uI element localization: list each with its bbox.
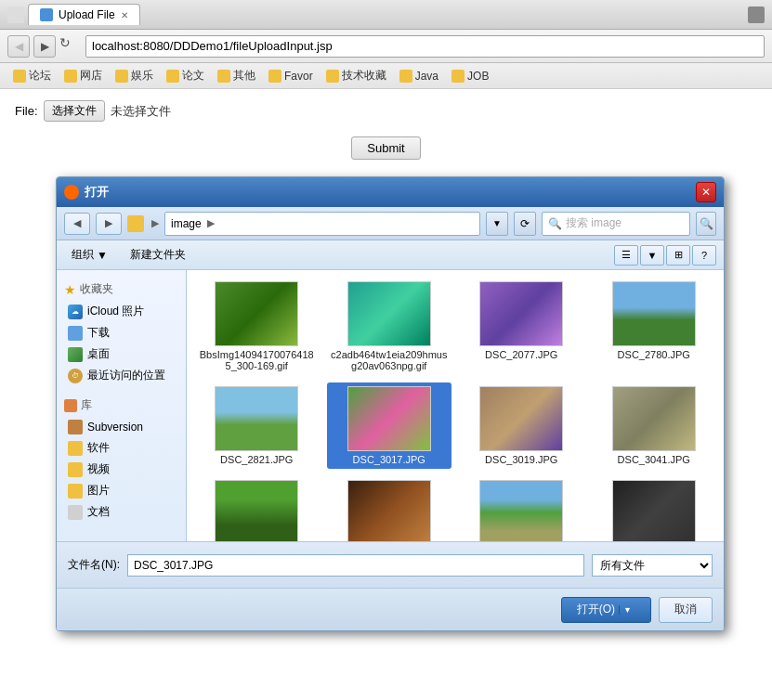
- file-item[interactable]: c2adb464tw1eia209hmusg20av063npg.gif: [327, 278, 452, 375]
- bookmark-icon: [115, 70, 128, 83]
- bookmark-icon: [166, 70, 179, 83]
- dialog-back-button[interactable]: ◀: [64, 213, 90, 235]
- file-item[interactable]: DSC_3041.JPG: [592, 382, 717, 469]
- file-name: DSC_3017.JPG: [353, 454, 425, 465]
- file-item-selected[interactable]: DSC_3017.JPG: [327, 382, 452, 469]
- bookmark-favor[interactable]: Favor: [263, 68, 319, 84]
- bookmark-label: JOB: [467, 70, 489, 83]
- file-name: DSC_2077.JPG: [485, 349, 557, 360]
- dialog-filename-bar: 文件名(N): 所有文件: [57, 541, 724, 588]
- search-submit-button[interactable]: 🔍: [696, 212, 716, 236]
- file-item[interactable]: DSC_3294.JPG: [459, 476, 584, 541]
- open-dropdown-icon[interactable]: ▼: [619, 605, 635, 615]
- sidebar-item-icloud[interactable]: ☁ iCloud 照片: [57, 301, 186, 322]
- open-button[interactable]: 打开(O) ▼: [561, 597, 651, 623]
- back-button[interactable]: ◀: [7, 35, 30, 58]
- help-button[interactable]: ?: [692, 245, 716, 266]
- file-item[interactable]: DSC_2077.JPG: [459, 278, 584, 375]
- bookmark-娱乐[interactable]: 娱乐: [110, 66, 159, 85]
- bookmarks-bar: 论坛 网店 娱乐 论文 其他 Favor 技术收藏 Java JOB: [0, 63, 772, 89]
- star-icon: ★: [64, 282, 76, 297]
- view-list-button[interactable]: ☰: [614, 245, 638, 266]
- favorites-label: 收藏夹: [80, 281, 113, 297]
- browser-tab[interactable]: Upload File ✕: [28, 4, 140, 25]
- file-name: DSC_3019.JPG: [485, 454, 557, 465]
- file-name: DSC_2821.JPG: [220, 454, 293, 465]
- dialog-forward-button[interactable]: ▶: [96, 213, 122, 235]
- address-bar[interactable]: [85, 35, 765, 58]
- file-item[interactable]: DSC_3112.JPG: [194, 476, 320, 541]
- bookmark-job[interactable]: JOB: [446, 68, 494, 84]
- refresh-button[interactable]: ↻: [59, 35, 82, 58]
- dialog-toolbar: ◀ ▶ ▶ image ▶ ▼ ⟳ 🔍 搜索 image 🔍: [57, 207, 724, 240]
- sidebar-item-download[interactable]: 下载: [57, 322, 186, 344]
- sidebar-item-subversion[interactable]: Subversion: [57, 417, 186, 437]
- filename-input[interactable]: [127, 554, 584, 577]
- path-dropdown-button[interactable]: ▼: [486, 212, 508, 236]
- refresh-path-button[interactable]: ⟳: [514, 212, 536, 236]
- no-file-label: 未选择文件: [111, 103, 171, 120]
- file-item[interactable]: BbsImg140941700764185_300-169.gif: [194, 278, 320, 375]
- path-folder-icon: [127, 215, 144, 232]
- sidebar-item-label: 最近访问的位置: [87, 368, 165, 383]
- file-name: DSC_2780.JPG: [618, 349, 690, 360]
- file-name: DSC_3041.JPG: [618, 454, 690, 465]
- docs-icon: [68, 505, 83, 520]
- bookmark-论坛[interactable]: 论坛: [7, 66, 57, 85]
- file-thumbnail: [479, 480, 563, 541]
- bookmark-网店[interactable]: 网店: [59, 66, 108, 85]
- cancel-button[interactable]: 取消: [659, 597, 713, 623]
- sidebar-item-label: 桌面: [87, 346, 110, 362]
- bookmark-label: 技术收藏: [342, 68, 386, 84]
- dialog-app-icon: [64, 185, 79, 200]
- sidebar-item-recent[interactable]: ⏱ 最近访问的位置: [57, 365, 186, 386]
- organize-label: 组织: [72, 247, 94, 263]
- file-item[interactable]: DSC_3130.JPG: [327, 476, 452, 541]
- file-item[interactable]: DSC_2780.JPG: [592, 278, 717, 375]
- file-thumbnail: [347, 281, 431, 346]
- sidebar-item-docs[interactable]: 文档: [57, 501, 186, 523]
- tab-label: Upload File: [59, 8, 115, 21]
- submit-button[interactable]: Submit: [351, 136, 420, 160]
- file-name: BbsImg140941700764185_300-169.gif: [198, 349, 316, 371]
- sidebar-item-desktop[interactable]: 桌面: [57, 344, 186, 365]
- filetype-select[interactable]: 所有文件: [592, 554, 713, 577]
- file-name: c2adb464tw1eia209hmusg20av063npg.gif: [331, 349, 449, 371]
- bookmark-其他[interactable]: 其他: [212, 66, 261, 85]
- dialog-action-bar: 打开(O) ▼ 取消: [57, 588, 724, 630]
- file-grid: BbsImg140941700764185_300-169.gif c2adb4…: [187, 270, 724, 541]
- new-folder-button[interactable]: 新建文件夹: [123, 245, 193, 265]
- view-dropdown-button[interactable]: ▼: [640, 245, 664, 266]
- forward-button[interactable]: ▶: [33, 35, 56, 58]
- dialog-close-button[interactable]: ✕: [696, 182, 716, 202]
- tab-close-button[interactable]: ✕: [121, 10, 128, 20]
- dialog-sidebar: ★ 收藏夹 ☁ iCloud 照片 下载 桌面 ⏱ 最近访问的位置: [57, 270, 187, 541]
- sidebar-item-software[interactable]: 软件: [57, 437, 186, 459]
- bookmark-label: Favor: [284, 70, 313, 83]
- bookmark-论文[interactable]: 论文: [161, 66, 210, 85]
- view-pane-button[interactable]: ⊞: [666, 245, 690, 266]
- library-label: 库: [81, 397, 92, 413]
- file-thumbnail: [215, 386, 298, 451]
- bookmark-java[interactable]: Java: [394, 68, 444, 84]
- bookmark-icon: [217, 70, 230, 83]
- path-bar[interactable]: image ▶: [164, 212, 480, 236]
- sidebar-item-pictures[interactable]: 图片: [57, 480, 186, 501]
- search-icon: 🔍: [548, 217, 562, 230]
- sidebar-item-label: iCloud 照片: [87, 304, 144, 319]
- sidebar-item-label: Subversion: [87, 421, 143, 434]
- search-bar[interactable]: 🔍 搜索 image: [542, 212, 690, 236]
- path-arrow: ▶: [151, 217, 159, 229]
- file-item[interactable]: DSC_3019.JPG: [459, 382, 584, 469]
- file-item[interactable]: DSC_8905.JPG: [592, 476, 717, 541]
- choose-file-button[interactable]: 选择文件: [44, 100, 105, 122]
- organize-button[interactable]: 组织 ▼: [64, 245, 115, 265]
- file-item[interactable]: DSC_2821.JPG: [194, 382, 320, 469]
- pictures-icon: [68, 484, 83, 499]
- file-thumbnail: [479, 281, 563, 346]
- sidebar-item-video[interactable]: 视频: [57, 459, 186, 480]
- bookmark-技术收藏[interactable]: 技术收藏: [321, 66, 392, 85]
- path-label: image: [171, 217, 202, 230]
- sidebar-item-label: 下载: [87, 325, 110, 341]
- dialog-menubar: 组织 ▼ 新建文件夹 ☰ ▼ ⊞ ?: [57, 240, 724, 270]
